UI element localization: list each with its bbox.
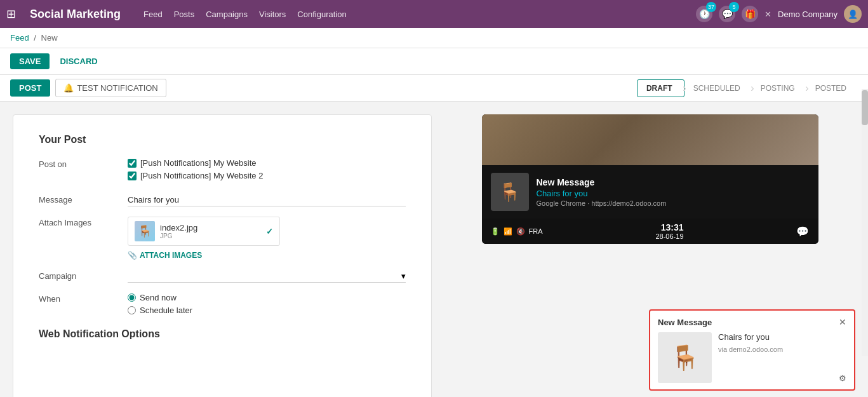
chat-badge: 5 <box>729 2 739 12</box>
mute-icon: 🔇 <box>516 227 525 236</box>
post-on-label: Post on <box>39 158 128 169</box>
popup-domain: via demo2.odoo.com <box>718 346 783 353</box>
post-on-website2[interactable]: [Push Notifications] My Website 2 <box>128 171 406 180</box>
preview-status-bar: 🔋 📶 🔇 FRA 13:31 28-06-19 💬 <box>482 219 818 244</box>
nav-links: Feed Posts Campaigns Visitors Configurat… <box>144 10 686 19</box>
send-now-option[interactable]: Send now <box>128 293 406 302</box>
when-value: Send now Schedule later <box>128 293 406 318</box>
post-form-card: Your Post Post on [Push Notifications] M… <box>13 114 432 397</box>
status-scheduled: SCHEDULED <box>684 80 752 97</box>
notif-title: New Message <box>537 177 667 187</box>
image-file-box: 🪑 index2.jpg JPG ✓ <box>128 217 280 246</box>
post-on-row: Post on [Push Notifications] My Website … <box>39 158 406 184</box>
breadcrumb-current: New <box>41 33 58 43</box>
popup-chair-image: 🪑 <box>658 332 712 383</box>
status-posting: POSTING <box>752 80 806 97</box>
save-button[interactable]: SAVE <box>10 53 50 69</box>
message-icon: 💬 <box>796 225 809 238</box>
clock-badge-wrap[interactable]: 🕐 37 <box>696 6 712 22</box>
post-on-value: [Push Notifications] My Website [Push No… <box>128 158 406 184</box>
dropdown-chevron-icon: ▾ <box>401 271 406 281</box>
file-check-icon: ✓ <box>266 227 273 236</box>
popup-body-text: Chairs for you via demo2.odoo.com <box>718 332 783 353</box>
schedule-later-option[interactable]: Schedule later <box>128 306 406 315</box>
gift-icon[interactable]: 🎁 <box>742 6 758 22</box>
notification-preview: 🪑 New Message Chairs for you Google Chro… <box>482 114 818 244</box>
company-name: Demo Company <box>778 10 838 19</box>
wifi-icon: 📶 <box>504 227 512 236</box>
status-bar: DRAFT SCHEDULED POSTING POSTED <box>637 79 858 97</box>
preview-bg <box>482 114 818 165</box>
schedule-later-radio[interactable] <box>128 306 136 314</box>
clock-date: 28-06-19 <box>655 232 683 240</box>
campaign-label: Campaign <box>39 270 128 281</box>
when-label: When <box>39 293 128 304</box>
popup-message: Chairs for you <box>718 332 783 342</box>
locale-label: FRA <box>529 227 543 235</box>
status-time: 13:31 28-06-19 <box>655 222 683 240</box>
campaign-dropdown[interactable] <box>128 271 401 281</box>
nav-campaigns[interactable]: Campaigns <box>206 10 248 19</box>
message-label: Message <box>39 194 128 205</box>
status-icons: 🔋 📶 🔇 FRA <box>491 227 543 236</box>
attach-images-value: 🪑 index2.jpg JPG ✓ 📎 ATTACH IMAGES <box>128 217 406 260</box>
campaign-select[interactable]: ▾ <box>128 270 406 283</box>
nav-visitors[interactable]: Visitors <box>259 10 286 19</box>
image-thumbnail: 🪑 <box>135 221 155 241</box>
status-draft: DRAFT <box>637 79 684 97</box>
grid-icon[interactable]: ⊞ <box>6 7 16 21</box>
toolbar: SAVE DISCARD <box>0 48 868 75</box>
when-row: When Send now Schedule later <box>39 293 406 318</box>
popup-notification: New Message ✕ 🪑 Chairs for you via demo2… <box>649 309 855 391</box>
attach-images-row: Attach Images 🪑 index2.jpg JPG ✓ 📎 ATTAC… <box>39 217 406 260</box>
breadcrumb: Feed / New <box>0 28 868 48</box>
nav-posts[interactable]: Posts <box>174 10 195 19</box>
file-name: index2.jpg <box>160 223 261 232</box>
message-value: ☺ <box>128 194 406 206</box>
web-notification-title: Web Notification Options <box>39 328 406 340</box>
scrollbar-thumb[interactable] <box>862 90 868 125</box>
clock-time: 13:31 <box>655 222 683 232</box>
app-title: Social Marketing <box>30 8 121 21</box>
scrollbar-track[interactable] <box>862 89 868 356</box>
post-on-website1[interactable]: [Push Notifications] My Website <box>128 158 406 168</box>
campaign-row: Campaign ▾ <box>39 270 406 283</box>
popup-gear-icon[interactable]: ⚙ <box>839 373 846 383</box>
post-button[interactable]: POST <box>10 79 50 97</box>
user-avatar[interactable]: 👤 <box>844 5 862 23</box>
notif-source: Google Chrome · https://demo2.odoo.com <box>537 199 667 207</box>
send-now-radio[interactable] <box>128 293 136 302</box>
popup-title: New Message <box>658 318 712 327</box>
form-section-title: Your Post <box>39 134 406 145</box>
breadcrumb-separator: / <box>34 33 36 43</box>
notif-chair-image: 🪑 <box>491 173 529 211</box>
nav-feed[interactable]: Feed <box>144 10 163 19</box>
chat-badge-wrap[interactable]: 💬 5 <box>719 6 735 22</box>
message-row: Message ☺ <box>39 194 406 206</box>
close-icon[interactable]: ✕ <box>765 10 771 19</box>
battery-icon: 🔋 <box>491 227 500 236</box>
website2-checkbox[interactable] <box>128 172 137 180</box>
nav-configuration[interactable]: Configuration <box>297 10 346 19</box>
notif-text: New Message Chairs for you Google Chrome… <box>537 177 667 207</box>
message-input[interactable] <box>128 194 406 206</box>
file-type: JPG <box>160 232 261 239</box>
right-icons: 🕐 37 💬 5 🎁 ✕ Demo Company 👤 <box>696 5 862 23</box>
website1-checkbox[interactable] <box>128 159 137 168</box>
status-posted: POSTED <box>806 80 858 97</box>
test-notification-button[interactable]: 🔔 TEST NOTIFICATION <box>55 79 166 97</box>
notification-bar: 🪑 New Message Chairs for you Google Chro… <box>482 165 818 219</box>
notif-subtitle: Chairs for you <box>537 189 667 198</box>
action-bar-left: POST 🔔 TEST NOTIFICATION <box>10 79 166 97</box>
attach-images-button[interactable]: 📎 ATTACH IMAGES <box>128 251 202 260</box>
discard-button[interactable]: DISCARD <box>56 53 101 69</box>
action-bar: POST 🔔 TEST NOTIFICATION DRAFT SCHEDULED… <box>0 75 868 102</box>
clock-badge: 37 <box>706 2 716 12</box>
file-info: index2.jpg JPG <box>160 223 261 239</box>
top-nav: ⊞ Social Marketing Feed Posts Campaigns … <box>0 0 868 28</box>
bell-icon: 🔔 <box>63 83 74 93</box>
popup-close-button[interactable]: ✕ <box>839 317 846 327</box>
paperclip-icon: 📎 <box>128 251 137 260</box>
attach-images-label: Attach Images <box>39 217 128 227</box>
breadcrumb-feed[interactable]: Feed <box>10 33 29 43</box>
